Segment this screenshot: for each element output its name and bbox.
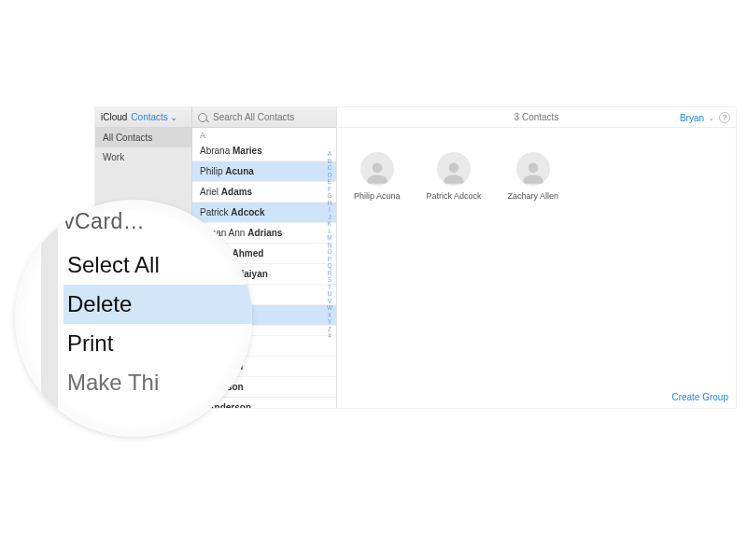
alpha-index-letter[interactable]: S: [328, 276, 331, 284]
search-bar[interactable]: [192, 107, 336, 128]
alpha-index-letter[interactable]: X: [328, 312, 331, 319]
contact-name: Patrick Adcock: [427, 191, 482, 201]
contact-card[interactable]: Patrick Adcock: [427, 152, 482, 201]
context-menu-item-print[interactable]: Print: [63, 324, 252, 363]
alpha-index-letter[interactable]: I: [329, 206, 331, 214]
alpha-index-letter[interactable]: U: [328, 290, 332, 298]
contact-card[interactable]: Zachary Allen: [508, 152, 559, 201]
chevron-down-icon: ⌄: [170, 112, 177, 122]
list-item[interactable]: Philip Acuna: [192, 161, 336, 182]
contact-name: Zachary Allen: [508, 191, 559, 201]
alpha-index-letter[interactable]: G: [327, 192, 331, 200]
selected-contact-cards: Philip AcunaPatrick AdcockZachary Allen: [337, 128, 736, 225]
alpha-index-letter[interactable]: D: [328, 172, 332, 179]
search-icon: [198, 113, 207, 122]
search-input[interactable]: [211, 111, 331, 123]
alpha-index-letter[interactable]: E: [328, 178, 331, 186]
alpha-index-letter[interactable]: N: [328, 242, 332, 249]
context-menu-magnifier: vCard… Select All Delete Print Make Thi: [15, 200, 252, 437]
list-item[interactable]: Ariel Adams: [192, 182, 336, 203]
detail-header: 3 Contacts Bryan ⌄ ?: [337, 107, 736, 128]
avatar: [360, 152, 394, 186]
alpha-index-letter[interactable]: V: [328, 298, 331, 305]
create-group-link[interactable]: Create Group: [671, 392, 728, 402]
sidebar-item-all-contacts[interactable]: All Contacts: [95, 128, 191, 147]
alpha-index-letter[interactable]: J: [328, 214, 331, 221]
alpha-index-letter[interactable]: W: [327, 304, 332, 312]
magnifier-background-strip: [41, 200, 58, 437]
section-header-a: A: [192, 128, 336, 141]
alpha-index-letter[interactable]: R: [328, 270, 332, 277]
account-menu[interactable]: Bryan ⌄ ?: [680, 107, 730, 128]
context-menu-item-select-all[interactable]: Select All: [63, 245, 252, 285]
alpha-index-letter[interactable]: H: [328, 200, 332, 207]
alpha-index-letter[interactable]: #: [328, 332, 331, 340]
alpha-index-letter[interactable]: F: [328, 186, 331, 193]
alpha-index-letter[interactable]: T: [328, 284, 331, 291]
avatar: [437, 152, 471, 186]
alpha-index-letter[interactable]: Q: [327, 262, 331, 270]
alpha-index-letter[interactable]: K: [328, 220, 331, 228]
alpha-index-letter[interactable]: A: [328, 150, 331, 158]
account-name: Bryan: [680, 113, 704, 123]
contact-card[interactable]: Philip Acuna: [354, 152, 401, 201]
alpha-index-letter[interactable]: Y: [328, 318, 331, 326]
context-menu-item-delete[interactable]: Delete: [63, 285, 252, 324]
app-name: Contacts: [131, 112, 167, 122]
alpha-index-letter[interactable]: L: [328, 228, 331, 235]
contact-name: Philip Acuna: [354, 191, 401, 201]
app-switcher[interactable]: iCloud Contacts ⌄: [95, 107, 191, 128]
alpha-index-letter[interactable]: M: [327, 234, 331, 242]
avatar: [516, 152, 550, 186]
chevron-down-icon: ⌄: [708, 113, 715, 122]
sidebar-item-work[interactable]: Work: [95, 147, 191, 167]
list-item[interactable]: Abrana Maries: [192, 141, 336, 161]
alpha-index-letter[interactable]: B: [328, 158, 331, 165]
list-item[interactable]: Patrick Adcock: [192, 203, 336, 223]
alpha-index-letter[interactable]: Z: [328, 326, 331, 333]
selection-count: 3 Contacts: [514, 112, 559, 122]
help-icon[interactable]: ?: [719, 112, 730, 123]
brand-label: iCloud: [101, 112, 127, 122]
detail-pane: 3 Contacts Bryan ⌄ ? Philip AcunaPatrick…: [337, 107, 736, 408]
alpha-index[interactable]: ABCDEFGHIJKLMNOPQRSTUVWXYZ#: [325, 150, 334, 340]
alpha-index-letter[interactable]: C: [328, 164, 332, 172]
alpha-index-letter[interactable]: O: [327, 248, 331, 256]
alpha-index-letter[interactable]: P: [328, 256, 331, 263]
